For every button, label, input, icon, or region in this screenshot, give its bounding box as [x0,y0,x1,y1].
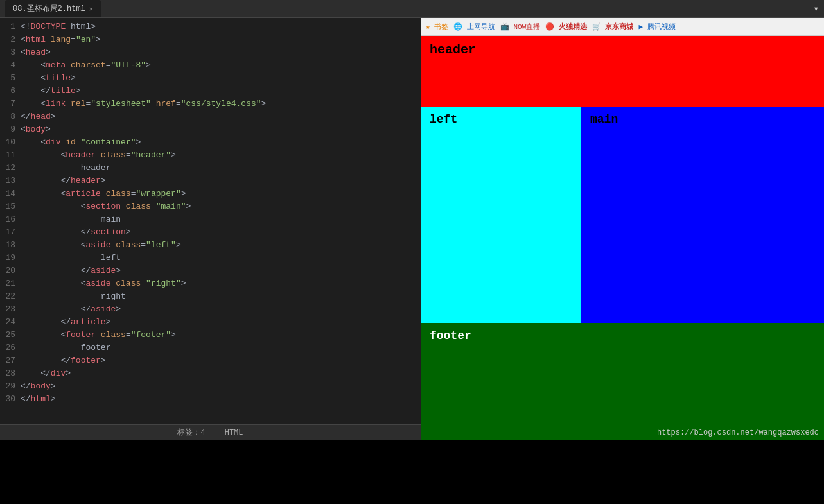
line-number: 17 [0,226,15,239]
preview-footer: footer [421,323,824,426]
line-number: 15 [0,200,15,213]
line-number: 12 [0,162,15,175]
code-line-content: </title> [21,85,421,98]
code-line-content: <header class="header"> [21,149,421,162]
line-number: 23 [0,303,15,316]
code-line-content: <meta charset="UTF-8"> [21,59,421,72]
tab-bar: 08.圣杯布局2.html ✕ ▾ [0,0,824,18]
line-number: 30 [0,393,15,406]
editor-tab[interactable]: 08.圣杯布局2.html ✕ [5,0,101,17]
line-number: 10 [0,136,15,149]
line-number: 26 [0,342,15,354]
line-number: 14 [0,187,15,200]
header-label: header [430,42,476,57]
url-label: https://blog.csdn.net/wangqazwsxedc [657,428,819,437]
code-line-content: <article class="wrapper"> [21,187,421,200]
code-line-content: <link rel="stylesheet" href="css/style4.… [21,98,421,110]
code-lines[interactable]: <!DOCTYPE html><html lang="en"><head> <m… [21,21,421,422]
bookmark-icon: ★ 书签 [426,22,448,31]
code-line-content: <section class="main"> [21,200,421,213]
main-content: 1234567891011121314151617181920212223242… [0,18,824,440]
code-line-content: <aside class="right"> [21,277,421,290]
code-line-content: <body> [21,123,421,136]
line-number: 13 [0,175,15,187]
line-number: 1 [0,21,15,33]
line-number: 16 [0,213,15,226]
code-line-content: </header> [21,175,421,187]
code-line-content: <html lang="en"> [21,33,421,46]
line-number: 21 [0,277,15,290]
jd-shop-icon: 🛒 京东商城 [592,22,634,31]
code-line-content: </article> [21,316,421,329]
line-number: 19 [0,252,15,265]
editor-pane: 1234567891011121314151617181920212223242… [0,18,421,440]
preview-footer-url: https://blog.csdn.net/wangqazwsxedc [421,426,824,440]
line-number: 11 [0,149,15,162]
line-numbers: 1234567891011121314151617181920212223242… [0,21,21,422]
tencent-icon: ▶ 腾讯视频 [638,22,675,31]
bottom-area [0,440,824,504]
code-line-content: <!DOCTYPE html> [21,21,421,33]
tab-label: 08.圣杯布局2.html [13,3,85,14]
line-number: 9 [0,123,15,136]
preview-pane: ★ 书签 🌐 上网导航 📺 NOW直播 🔴 火独精选 🛒 京东商城 ▶ 腾讯视频… [421,18,824,440]
code-line-content: header [21,162,421,175]
tag-count: 标签：4 [177,427,205,438]
preview-content: header left main footer https://blog.csd… [421,36,824,440]
lang-label: HTML [225,428,243,437]
preview-main: main [581,107,824,323]
code-line-content: </section> [21,226,421,239]
footer-label: footer [430,329,471,342]
code-line-content: footer [21,342,421,354]
code-area[interactable]: 1234567891011121314151617181920212223242… [0,18,421,424]
code-line-content: </html> [21,393,421,406]
code-line-content: </body> [21,380,421,393]
code-line-content: main [21,213,421,226]
preview-header: header [421,36,824,107]
line-number: 29 [0,380,15,393]
line-number: 24 [0,316,15,329]
code-line-content: <footer class="footer"> [21,329,421,342]
code-line-content: </aside> [21,265,421,277]
code-line-content: </div> [21,367,421,380]
line-number: 25 [0,329,15,342]
nav-icon: 🌐 上网导航 [453,22,495,31]
code-line-content: <aside class="left"> [21,239,421,252]
code-line-content: <div id="container"> [21,136,421,149]
line-number: 7 [0,98,15,110]
line-number: 4 [0,59,15,72]
main-label: main [590,113,618,126]
line-number: 22 [0,290,15,303]
line-number: 6 [0,85,15,98]
live-icon: 📺 NOW直播 [500,22,540,31]
line-number: 27 [0,354,15,367]
code-line-content: </aside> [21,303,421,316]
tab-close-icon[interactable]: ✕ [89,5,93,13]
jd-icon: 🔴 火独精选 [545,22,587,31]
line-number: 8 [0,110,15,123]
code-line-content: </head> [21,110,421,123]
line-number: 3 [0,46,15,59]
preview-middle: left main [421,107,824,323]
code-line-content: <title> [21,72,421,85]
line-number: 20 [0,265,15,277]
code-line-content: left [21,252,421,265]
code-line-content: <head> [21,46,421,59]
tab-arrow-icon[interactable]: ▾ [814,3,819,14]
line-number: 2 [0,33,15,46]
line-number: 28 [0,367,15,380]
line-number: 5 [0,72,15,85]
preview-left: left [421,107,581,323]
line-number: 18 [0,239,15,252]
status-bar: 标签：4 HTML [0,424,421,440]
code-line-content: right [21,290,421,303]
code-line-content: </footer> [21,354,421,367]
browser-bar: ★ 书签 🌐 上网导航 📺 NOW直播 🔴 火独精选 🛒 京东商城 ▶ 腾讯视频 [421,18,824,36]
left-label: left [430,113,457,126]
